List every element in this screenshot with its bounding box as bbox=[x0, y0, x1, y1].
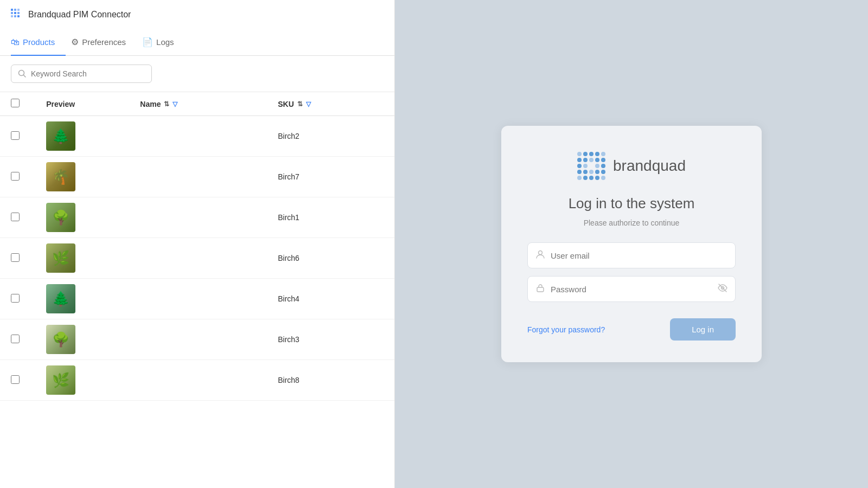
app-logo-icon bbox=[11, 9, 23, 21]
row-checkbox[interactable] bbox=[11, 335, 20, 343]
svg-line-14 bbox=[719, 284, 726, 292]
row-checkbox-cell bbox=[0, 197, 37, 238]
row-sku-cell: Birch2 bbox=[269, 116, 394, 157]
product-thumbnail: 🌲 bbox=[46, 121, 75, 151]
login-card: brandquad Log in to the system Please au… bbox=[501, 126, 762, 362]
row-checkbox[interactable] bbox=[11, 253, 20, 262]
row-checkbox[interactable] bbox=[11, 213, 20, 221]
tabs-bar: 🛍 Products ⚙ Preferences 📄 Logs bbox=[0, 29, 394, 56]
dot bbox=[577, 158, 582, 162]
file-icon: 📄 bbox=[142, 37, 153, 47]
tab-preferences[interactable]: ⚙ Preferences bbox=[71, 29, 137, 56]
row-checkbox[interactable] bbox=[11, 172, 20, 181]
dot bbox=[577, 176, 582, 180]
row-checkbox-cell bbox=[0, 116, 37, 157]
gear-icon: ⚙ bbox=[71, 37, 79, 47]
row-preview-cell: 🌳 bbox=[37, 197, 131, 238]
left-panel: Brandquad PIM Connector 🛍 Products ⚙ Pre… bbox=[0, 0, 395, 488]
toggle-password-icon[interactable] bbox=[718, 283, 727, 295]
dot bbox=[577, 152, 582, 156]
svg-rect-2 bbox=[17, 9, 20, 11]
dot bbox=[577, 170, 582, 174]
row-preview-cell: 🌳 bbox=[37, 319, 131, 360]
dot bbox=[583, 170, 588, 174]
row-checkbox[interactable] bbox=[11, 294, 20, 303]
products-table-container: Preview Name ⇅ ▽ SKU ⇅ ▽ bbox=[0, 92, 394, 488]
dot bbox=[589, 176, 593, 180]
row-checkbox-cell bbox=[0, 238, 37, 279]
table-row: 🌲 Birch4 bbox=[0, 279, 394, 319]
row-name-cell bbox=[131, 279, 269, 319]
dot bbox=[589, 164, 593, 168]
email-input[interactable] bbox=[551, 251, 727, 260]
dot bbox=[595, 158, 599, 162]
sku-sort-icon[interactable]: ⇅ bbox=[297, 100, 303, 108]
dot bbox=[601, 152, 605, 156]
row-sku-cell: Birch6 bbox=[269, 238, 394, 279]
product-thumbnail: 🌲 bbox=[46, 284, 75, 313]
login-actions: Forgot your password? Log in bbox=[527, 318, 736, 341]
brandquad-logo: brandquad bbox=[577, 152, 686, 180]
name-sort-icon[interactable]: ⇅ bbox=[164, 100, 169, 108]
row-sku-cell: Birch3 bbox=[269, 319, 394, 360]
table-row: 🌴 Birch7 bbox=[0, 157, 394, 197]
dot bbox=[583, 152, 588, 156]
tab-products[interactable]: 🛍 Products bbox=[11, 30, 66, 56]
right-panel: brandquad Log in to the system Please au… bbox=[395, 0, 868, 488]
row-preview-cell: 🌿 bbox=[37, 238, 131, 279]
svg-rect-7 bbox=[14, 15, 16, 17]
products-table: Preview Name ⇅ ▽ SKU ⇅ ▽ bbox=[0, 92, 394, 401]
tab-logs[interactable]: 📄 Logs bbox=[142, 29, 185, 56]
row-name-cell bbox=[131, 319, 269, 360]
name-filter-icon[interactable]: ▽ bbox=[173, 100, 177, 108]
svg-rect-5 bbox=[17, 12, 20, 14]
dot bbox=[583, 158, 588, 162]
dot bbox=[601, 158, 605, 162]
svg-rect-6 bbox=[11, 15, 13, 17]
row-preview-cell: 🌲 bbox=[37, 116, 131, 157]
search-wrapper bbox=[11, 65, 152, 83]
password-input[interactable] bbox=[551, 285, 712, 294]
sku-filter-icon[interactable]: ▽ bbox=[306, 100, 311, 108]
row-checkbox-cell bbox=[0, 319, 37, 360]
table-row: 🌿 Birch8 bbox=[0, 360, 394, 401]
row-sku-cell: Birch8 bbox=[269, 360, 394, 401]
logo-dots bbox=[577, 152, 605, 180]
select-all-checkbox[interactable] bbox=[11, 99, 20, 107]
login-title: Log in to the system bbox=[569, 195, 695, 212]
row-preview-cell: 🌴 bbox=[37, 157, 131, 197]
login-button[interactable]: Log in bbox=[670, 318, 736, 341]
email-input-wrapper bbox=[527, 242, 736, 268]
search-icon bbox=[18, 69, 27, 78]
row-name-cell bbox=[131, 360, 269, 401]
row-name-cell bbox=[131, 157, 269, 197]
dot bbox=[583, 176, 588, 180]
table-header-row: Preview Name ⇅ ▽ SKU ⇅ ▽ bbox=[0, 92, 394, 116]
dot bbox=[601, 170, 605, 174]
dot bbox=[589, 170, 593, 174]
product-thumbnail: 🌿 bbox=[46, 243, 75, 273]
dot bbox=[595, 176, 599, 180]
dot bbox=[595, 152, 599, 156]
search-area bbox=[0, 56, 394, 92]
table-row: 🌳 Birch3 bbox=[0, 319, 394, 360]
row-name-cell bbox=[131, 116, 269, 157]
row-checkbox-cell bbox=[0, 360, 37, 401]
svg-rect-12 bbox=[537, 287, 544, 292]
svg-point-11 bbox=[539, 251, 542, 255]
dot bbox=[595, 170, 599, 174]
row-sku-cell: Birch7 bbox=[269, 157, 394, 197]
select-all-header bbox=[0, 92, 37, 116]
forgot-password-link[interactable]: Forgot your password? bbox=[527, 325, 605, 334]
login-subtitle: Please authorize to continue bbox=[584, 219, 680, 227]
row-preview-cell: 🌲 bbox=[37, 279, 131, 319]
row-checkbox[interactable] bbox=[11, 131, 20, 140]
dot bbox=[589, 158, 593, 162]
sku-header: SKU ⇅ ▽ bbox=[269, 92, 394, 116]
svg-rect-1 bbox=[14, 9, 16, 11]
row-sku-cell: Birch1 bbox=[269, 197, 394, 238]
row-checkbox[interactable] bbox=[11, 375, 20, 384]
preview-header: Preview bbox=[37, 92, 131, 116]
search-input[interactable] bbox=[31, 69, 145, 78]
product-thumbnail: 🌳 bbox=[46, 203, 75, 232]
